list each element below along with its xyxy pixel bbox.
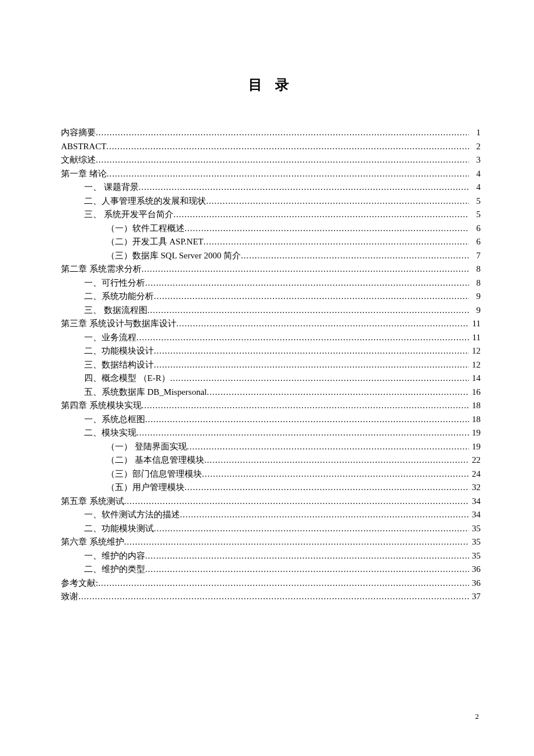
toc-entry-page: 19 [469, 426, 481, 440]
toc-entry-page: 12 [469, 344, 481, 358]
toc-entry-leader [147, 304, 469, 318]
toc-entry-page: 6 [469, 222, 481, 236]
toc-entry-page: 32 [469, 481, 481, 495]
toc-entry-leader [204, 453, 469, 467]
toc-entry-page: 4 [469, 181, 481, 195]
toc-body: 内容摘要 1ABSTRACT 2文献综述 3第一章 绪论 4一、 课题背景 4二… [61, 126, 481, 604]
toc-entry-leader [124, 495, 469, 509]
toc-entry-label: 第五章 系统测试 [61, 495, 124, 509]
toc-entry: 二、功能模块测试 35 [61, 522, 481, 536]
toc-entry-label: （一）软件工程概述 [106, 222, 185, 236]
toc-page: 目 录 内容摘要 1ABSTRACT 2文献综述 3第一章 绪论 4一、 课题背… [0, 0, 534, 604]
toc-entry: 致谢 37 [61, 590, 481, 604]
toc-entry: （一）软件工程概述 6 [61, 222, 481, 236]
toc-entry-leader [241, 249, 469, 263]
toc-entry-label: 致谢 [61, 590, 78, 604]
toc-entry-label: 二、功能模块测试 [84, 522, 154, 536]
toc-entry-leader [154, 290, 469, 304]
toc-entry: 文献综述 3 [61, 153, 481, 167]
toc-entry-label: 四、概念模型 （E-R） [84, 372, 170, 386]
toc-entry: 二、功能模块设计 12 [61, 344, 481, 358]
toc-entry-leader [136, 331, 469, 345]
toc-entry-page: 8 [469, 262, 481, 276]
toc-entry-leader [142, 262, 469, 276]
toc-entry: 一、软件测试方法的描述 34 [61, 508, 481, 522]
toc-entry-label: 二、模块实现 [84, 426, 136, 440]
toc-entry: 三、数据结构设计 12 [61, 358, 481, 372]
toc-entry-label: （三）数据库 SQL Server 2000 简介 [106, 249, 241, 263]
toc-entry: （一） 登陆界面实现 19 [61, 440, 481, 454]
toc-entry-label: （二） 基本信息管理模块 [106, 453, 204, 467]
toc-entry-page: 18 [469, 399, 481, 413]
toc-entry-page: 11 [469, 331, 481, 345]
toc-entry-label: ABSTRACT [61, 140, 106, 154]
toc-entry: 第六章 系统维护 35 [61, 535, 481, 549]
toc-entry: 二、人事管理系统的发展和现状 5 [61, 195, 481, 208]
toc-entry-label: 第四章 系统模块实现 [61, 399, 142, 413]
toc-entry-label: 二、系统功能分析 [84, 290, 154, 304]
toc-entry-page: 19 [469, 440, 481, 454]
toc-entry: （二） 基本信息管理模块 22 [61, 453, 481, 467]
toc-entry-leader [142, 399, 469, 413]
toc-entry: 四、概念模型 （E-R） 14 [61, 372, 481, 386]
toc-entry-page: 11 [469, 317, 481, 331]
toc-entry-page: 24 [469, 467, 481, 481]
toc-entry-page: 34 [469, 508, 481, 522]
toc-entry-leader [207, 386, 469, 399]
toc-entry-label: （三）部门信息管理模块 [106, 467, 202, 481]
toc-entry: 一、 课题背景 4 [61, 181, 481, 195]
toc-entry-page: 1 [469, 126, 481, 140]
toc-entry-label: （一） 登陆界面实现 [106, 440, 187, 454]
toc-entry-label: 文献综述 [61, 153, 96, 167]
toc-entry-leader [170, 372, 469, 386]
toc-entry-leader [136, 426, 469, 440]
toc-entry-leader [145, 276, 469, 290]
toc-entry-leader [145, 549, 469, 563]
toc-entry-page: 35 [469, 522, 481, 536]
toc-entry-label: 三、数据结构设计 [84, 358, 154, 372]
toc-entry-leader [185, 481, 469, 495]
toc-entry-label: 一、系统总框图 [84, 413, 145, 427]
toc-entry-leader [202, 467, 469, 481]
toc-entry-leader [98, 577, 469, 591]
toc-entry-page: 6 [469, 235, 481, 249]
toc-entry-page: 4 [469, 167, 481, 181]
toc-entry: （二）开发工具 ASP.NET 6 [61, 235, 481, 249]
toc-entry-page: 9 [469, 290, 481, 304]
toc-entry: （三）数据库 SQL Server 2000 简介 7 [61, 249, 481, 263]
toc-entry-label: 第六章 系统维护 [61, 535, 124, 549]
toc-entry-label: 二、维护的类型 [84, 563, 145, 577]
toc-entry: 一、可行性分析 8 [61, 276, 481, 290]
toc-entry-leader [154, 344, 469, 358]
toc-entry: 五、系统数据库 DB_Mispersonal 16 [61, 386, 481, 399]
toc-entry: 三、 数据流程图 9 [61, 304, 481, 318]
toc-entry-leader [96, 126, 469, 140]
toc-entry-page: 34 [469, 495, 481, 509]
toc-entry-label: 一、软件测试方法的描述 [84, 508, 180, 522]
toc-entry-page: 3 [469, 153, 481, 167]
toc-entry-page: 37 [469, 590, 481, 604]
toc-entry-leader [185, 222, 469, 236]
toc-entry-leader [176, 317, 469, 331]
toc-entry-page: 22 [469, 453, 481, 467]
toc-entry: 一、业务流程 11 [61, 331, 481, 345]
toc-entry: 第四章 系统模块实现 18 [61, 399, 481, 413]
toc-entry-page: 16 [469, 386, 481, 399]
toc-entry-page: 14 [469, 372, 481, 386]
toc-entry-page: 7 [469, 249, 481, 263]
toc-entry-label: 三、 数据流程图 [84, 304, 147, 318]
toc-entry: 三、 系统开发平台简介 5 [61, 208, 481, 222]
toc-entry-label: 二、人事管理系统的发展和现状 [84, 195, 206, 208]
toc-entry-label: （五）用户管理模块 [106, 481, 185, 495]
toc-entry-page: 5 [469, 208, 481, 222]
toc-entry-label: 内容摘要 [61, 126, 96, 140]
toc-entry-leader [174, 208, 469, 222]
toc-entry-label: （二）开发工具 ASP.NET [106, 235, 204, 249]
toc-entry-label: 一、业务流程 [84, 331, 136, 345]
toc-entry: 内容摘要 1 [61, 126, 481, 140]
toc-entry-leader [96, 153, 469, 167]
toc-entry: 二、模块实现 19 [61, 426, 481, 440]
toc-entry-label: 参考文献: [61, 577, 98, 591]
page-number: 2 [475, 712, 479, 721]
toc-entry-label: 第一章 绪论 [61, 167, 107, 181]
